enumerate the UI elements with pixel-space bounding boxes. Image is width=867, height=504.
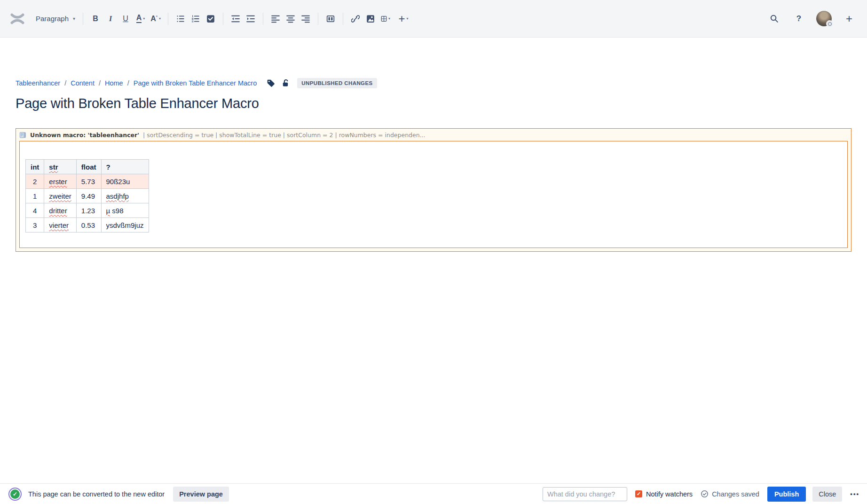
editor-toolbar: Paragraph ▾ B I U A ▾ A° ▾	[0, 0, 867, 38]
cell-str[interactable]: dritter	[44, 203, 77, 218]
breadcrumb-space-link[interactable]: Tableenhancer	[16, 79, 60, 87]
chevron-down-icon: ▾	[143, 16, 145, 21]
table-row: 1 zweiter 9.49 asdjhfp	[26, 189, 149, 203]
align-center-button[interactable]	[283, 11, 298, 26]
toolbar-divider	[343, 13, 343, 25]
unknown-macro-container[interactable]: Unknown macro: 'tableenhancer' | sortDes…	[16, 128, 851, 252]
underline-button[interactable]: U	[118, 11, 133, 26]
align-left-icon	[271, 15, 280, 23]
cell-str[interactable]: vierter	[44, 218, 77, 233]
cell-q[interactable]: ysdvßm9juz	[101, 218, 149, 233]
cell-float[interactable]: 5.73	[76, 174, 101, 189]
notify-watchers-label[interactable]: Notify watchers	[646, 490, 693, 498]
insert-more-button[interactable]: + ▾	[393, 11, 414, 26]
task-list-button[interactable]	[203, 11, 218, 26]
close-button[interactable]: Close	[812, 487, 842, 502]
chevron-down-icon: ▾	[388, 16, 390, 21]
align-left-button[interactable]	[268, 11, 283, 26]
preview-page-button[interactable]: Preview page	[173, 487, 229, 502]
macro-parameters: | sortDescending = true | showTotalLine …	[143, 132, 426, 139]
editor-content-area: Tableenhancer / Content / Home / Page wi…	[0, 78, 867, 252]
cell-q[interactable]: asdjhfp	[101, 189, 149, 203]
table-icon	[381, 15, 387, 23]
underline-icon: U	[123, 15, 128, 23]
italic-button[interactable]: I	[103, 11, 118, 26]
breadcrumb-content-link[interactable]: Content	[71, 79, 95, 87]
column-header-str[interactable]: str	[44, 160, 77, 174]
create-button[interactable]: +	[842, 11, 857, 26]
column-header-int[interactable]: int	[26, 160, 44, 174]
breadcrumb-page-link[interactable]: Page with Broken Table Enhancer Macro	[134, 79, 257, 87]
editor-footer-bar: This page can be converted to the new ed…	[0, 483, 867, 504]
page-layout-button[interactable]	[323, 11, 338, 26]
bullet-list-button[interactable]	[173, 11, 188, 26]
cell-float[interactable]: 0.53	[76, 218, 101, 233]
toolbar-divider	[223, 13, 223, 25]
more-formatting-icon: A°	[150, 15, 158, 23]
paragraph-style-label: Paragraph	[36, 15, 69, 23]
image-icon	[366, 15, 375, 23]
toolbar-divider	[168, 13, 168, 25]
insert-link-button[interactable]	[348, 11, 363, 26]
notify-watchers-toggle[interactable]: Notify watchers	[635, 490, 693, 498]
breadcrumb: Tableenhancer / Content / Home / Page wi…	[16, 78, 851, 88]
italic-icon: I	[109, 15, 112, 23]
table-row: 3 vierter 0.53 ysdvßm9juz	[26, 218, 149, 233]
cell-q[interactable]: µ s98	[101, 203, 149, 218]
macro-icon	[19, 132, 26, 139]
cell-float[interactable]: 1.23	[76, 203, 101, 218]
bullet-list-icon	[176, 15, 185, 23]
publish-button[interactable]: Publish	[767, 487, 806, 502]
chevron-down-icon: ▾	[407, 16, 409, 21]
cell-int[interactable]: 2	[26, 174, 44, 189]
paragraph-style-dropdown[interactable]: Paragraph ▾	[33, 13, 78, 24]
unrestricted-lock-open-icon[interactable]	[282, 79, 290, 87]
link-icon	[351, 15, 360, 23]
more-formatting-button[interactable]: A° ▾	[148, 11, 163, 26]
labels-tag-icon[interactable]	[267, 79, 275, 87]
changes-saved-label: Changes saved	[712, 490, 759, 498]
column-header-float[interactable]: float	[76, 160, 101, 174]
text-color-button[interactable]: A ▾	[133, 11, 148, 26]
enhancer-table: int str float ? 2 erster 5.73 90ß23u 1 z…	[25, 159, 149, 233]
cell-str[interactable]: zweiter	[44, 189, 77, 203]
saved-check-circle-icon	[701, 490, 709, 498]
version-comment-input[interactable]	[543, 487, 627, 501]
changes-saved-status: Changes saved	[701, 490, 759, 498]
toolbar-divider	[83, 13, 83, 25]
breadcrumb-home-link[interactable]: Home	[105, 79, 123, 87]
bold-button[interactable]: B	[88, 11, 103, 26]
cell-str[interactable]: erster	[44, 174, 77, 189]
notify-watchers-checkbox[interactable]	[635, 490, 642, 497]
numbered-list-icon	[191, 15, 200, 23]
align-right-icon	[301, 15, 310, 23]
align-right-button[interactable]	[298, 11, 313, 26]
cell-int[interactable]: 3	[26, 218, 44, 233]
insert-table-button[interactable]: ▾	[378, 11, 393, 26]
task-list-icon	[206, 15, 215, 23]
outdent-button[interactable]	[228, 11, 243, 26]
indent-button[interactable]	[243, 11, 258, 26]
column-header-q[interactable]: ?	[101, 160, 149, 174]
help-button[interactable]: ?	[791, 11, 806, 26]
insert-image-button[interactable]	[363, 11, 378, 26]
more-options-icon[interactable]: •••	[850, 490, 859, 497]
search-button[interactable]	[766, 11, 781, 26]
page-layout-icon	[326, 15, 335, 23]
cell-int[interactable]: 4	[26, 203, 44, 218]
plus-icon: +	[846, 13, 852, 24]
macro-header: Unknown macro: 'tableenhancer' | sortDes…	[19, 129, 848, 141]
chevron-down-icon: ▾	[73, 16, 75, 21]
bold-icon: B	[93, 15, 98, 23]
search-icon	[770, 14, 779, 23]
toolbar-divider	[263, 13, 263, 25]
cell-float[interactable]: 9.49	[76, 189, 101, 203]
user-avatar[interactable]	[816, 11, 832, 26]
page-title[interactable]: Page with Broken Table Enhancer Macro	[16, 96, 851, 111]
plus-icon: +	[399, 13, 405, 24]
cell-int[interactable]: 1	[26, 189, 44, 203]
numbered-list-button[interactable]	[188, 11, 203, 26]
cell-q[interactable]: 90ß23u	[101, 174, 149, 189]
align-center-icon	[286, 15, 295, 23]
avatar-status-badge-icon	[826, 20, 833, 27]
